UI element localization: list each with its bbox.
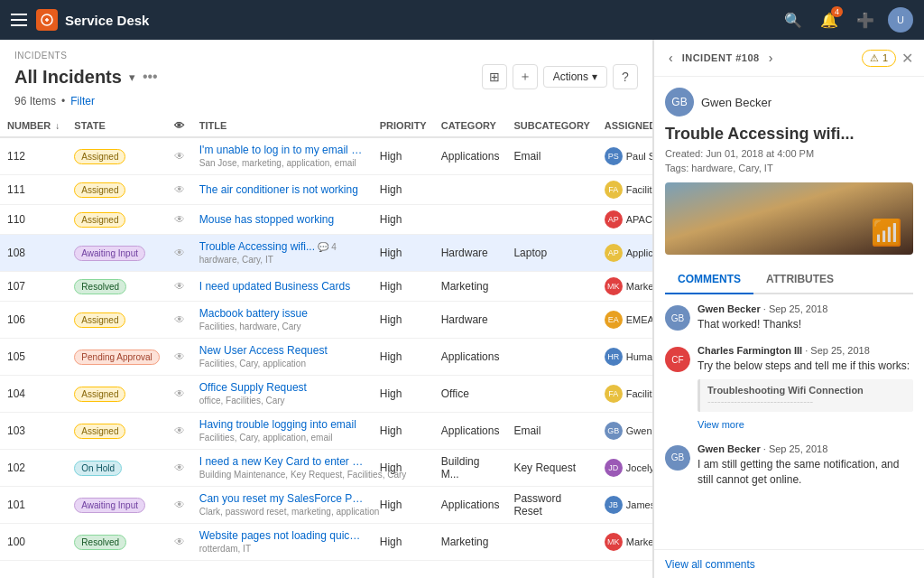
eye-icon[interactable]: 👁 bbox=[174, 280, 185, 293]
breadcrumb: INCIDENTS bbox=[14, 51, 638, 61]
tab-attributes[interactable]: ATTRIBUTES bbox=[753, 266, 846, 294]
table-row[interactable]: 102 On Hold 👁 I need a new Key Card to e… bbox=[0, 450, 652, 487]
prev-incident-button[interactable]: ‹ bbox=[665, 49, 677, 67]
assigned-name: Human R bbox=[626, 351, 652, 362]
cell-subcategory bbox=[506, 339, 596, 376]
assigned-name: Marketing bbox=[626, 281, 652, 292]
table-row[interactable]: 107 Resolved 👁 I need updated Business C… bbox=[0, 272, 652, 302]
view-toggle-button[interactable]: ⊞ bbox=[482, 64, 507, 89]
table-row[interactable]: 104 Assigned 👁 Office Supply Requestoffi… bbox=[0, 376, 652, 413]
cell-eye: 👁 bbox=[167, 137, 192, 175]
assigned-avatar: FA bbox=[605, 181, 623, 199]
close-panel-button[interactable]: ✕ bbox=[901, 50, 913, 67]
cell-eye: 👁 bbox=[167, 235, 192, 272]
assigned-avatar: HR bbox=[605, 348, 623, 366]
cell-eye: 👁 bbox=[167, 205, 192, 235]
table-row[interactable]: 100 Resolved 👁 Website pages not loading… bbox=[0, 524, 652, 561]
eye-icon[interactable]: 👁 bbox=[174, 183, 185, 196]
incident-title-link[interactable]: Website pages not loading quickly enough bbox=[199, 529, 365, 542]
table-row[interactable]: 108 Awaiting Input 👁 Trouble Accessing w… bbox=[0, 235, 652, 272]
cell-num: 104 bbox=[0, 376, 67, 413]
incident-title-link[interactable]: Office Supply Request bbox=[199, 381, 365, 394]
table-row[interactable]: 106 Assigned 👁 Macbook battery issueFaci… bbox=[0, 302, 652, 339]
assigned-cell: EA EMEA IT A bbox=[605, 311, 652, 329]
incident-title-link[interactable]: Macbook battery issue bbox=[199, 307, 365, 320]
page-actions: ⊞ ＋ Actions ▾ ? bbox=[482, 64, 638, 89]
right-panel-topbar: ‹ INCIDENT #108 › ⚠ 1 ✕ bbox=[654, 40, 924, 77]
table-row[interactable]: 105 Pending Approval 👁 New User Access R… bbox=[0, 339, 652, 376]
incident-title-link[interactable]: Can you reset my SalesForce Password bbox=[199, 492, 365, 505]
cell-priority: High bbox=[373, 524, 434, 561]
hamburger-menu[interactable] bbox=[11, 14, 27, 26]
cell-state: Assigned bbox=[67, 175, 166, 205]
incident-title-link[interactable]: Trouble Accessing wifi... 💬 4 bbox=[199, 240, 365, 253]
incident-title-link[interactable]: Mouse has stopped working bbox=[199, 213, 365, 226]
filter-link[interactable]: Filter bbox=[70, 95, 95, 107]
eye-icon[interactable]: 👁 bbox=[174, 461, 185, 474]
incident-title-link[interactable]: I need updated Business Cards bbox=[199, 280, 365, 293]
filter-row: 96 Items • Filter bbox=[0, 89, 652, 115]
app-logo-icon bbox=[36, 9, 58, 31]
eye-icon[interactable]: 👁 bbox=[174, 536, 185, 548]
top-navigation: Service Desk 🔍 🔔 4 ➕ U bbox=[0, 0, 924, 40]
cell-category: Marketing bbox=[434, 524, 507, 561]
eye-icon[interactable]: 👁 bbox=[174, 350, 185, 363]
comment-avatar: GB bbox=[665, 305, 690, 331]
cell-subcategory: Password Reset bbox=[506, 487, 596, 524]
cell-priority: High bbox=[373, 205, 434, 235]
cell-state: Assigned bbox=[67, 302, 166, 339]
alert-count: 1 bbox=[882, 52, 888, 63]
incident-title-link[interactable]: New User Access Request bbox=[199, 344, 365, 357]
app-name: Service Desk bbox=[65, 13, 149, 28]
add-incident-button[interactable]: ＋ bbox=[513, 64, 538, 89]
next-incident-button[interactable]: › bbox=[765, 49, 777, 67]
eye-icon[interactable]: 👁 bbox=[174, 313, 185, 326]
col-eye: 👁 bbox=[167, 115, 192, 137]
help-button[interactable]: ? bbox=[613, 64, 638, 89]
notifications-icon[interactable]: 🔔 4 bbox=[816, 6, 843, 33]
table-row[interactable]: 101 Awaiting Input 👁 Can you reset my Sa… bbox=[0, 487, 652, 524]
eye-icon[interactable]: 👁 bbox=[174, 247, 185, 259]
wifi-icon: 📶 bbox=[871, 218, 902, 247]
eye-icon[interactable]: 👁 bbox=[174, 499, 185, 511]
table-row[interactable]: 111 Assigned 👁 The air conditioner is no… bbox=[0, 175, 652, 205]
comment-author: Gwen Becker bbox=[698, 443, 761, 454]
tab-comments[interactable]: COMMENTS bbox=[665, 266, 753, 294]
incident-title-sub: Building Maintenance, Key Request, Facil… bbox=[199, 470, 407, 480]
cell-category: Building M... bbox=[434, 450, 507, 487]
add-icon[interactable]: ➕ bbox=[852, 6, 879, 33]
incident-title-sub: hardware, Cary, IT bbox=[199, 255, 273, 265]
title-chevron-icon[interactable]: ▾ bbox=[129, 70, 135, 84]
eye-icon[interactable]: 👁 bbox=[174, 213, 185, 226]
table-row[interactable]: 110 Assigned 👁 Mouse has stopped working… bbox=[0, 205, 652, 235]
comment-date: · Sep 25, 2018 bbox=[763, 303, 828, 314]
table-row[interactable]: 103 Assigned 👁 Having trouble logging in… bbox=[0, 413, 652, 450]
incident-title-link[interactable]: I need a new Key Card to enter the build… bbox=[199, 455, 365, 468]
cell-category: Hardware bbox=[434, 235, 507, 272]
comment-quote: Troubleshooting Wifi Connection --------… bbox=[698, 379, 913, 412]
comment-date: · Sep 25, 2018 bbox=[763, 443, 828, 454]
search-icon[interactable]: 🔍 bbox=[780, 6, 807, 33]
incident-title-link[interactable]: I'm unable to log in to my email 💬 14 bbox=[199, 144, 365, 156]
eye-icon[interactable]: 👁 bbox=[174, 150, 185, 163]
actions-label: Actions bbox=[553, 70, 588, 83]
page-header: INCIDENTS All Incidents ▾ ••• ⊞ ＋ Action… bbox=[0, 40, 652, 89]
incident-title-link[interactable]: Having trouble logging into email bbox=[199, 418, 365, 431]
view-all-comments-link[interactable]: View all comments bbox=[665, 558, 755, 571]
cell-num: 100 bbox=[0, 524, 67, 561]
title-more-icon[interactable]: ••• bbox=[143, 69, 158, 85]
cell-state: Assigned bbox=[67, 413, 166, 450]
assigned-cell: FA Facilities bbox=[605, 181, 652, 199]
table-row[interactable]: 112 Assigned 👁 I'm unable to log in to m… bbox=[0, 137, 652, 175]
comment-author: Charles Farmington III bbox=[698, 345, 802, 356]
incident-title-link[interactable]: The air conditioner is not working bbox=[199, 183, 365, 196]
incident-title-sub: San Jose, marketing, application, email bbox=[199, 158, 356, 168]
eye-icon[interactable]: 👁 bbox=[174, 424, 185, 437]
view-more-link[interactable]: View more bbox=[698, 419, 744, 430]
incident-title-sub: office, Facilities, Cary bbox=[199, 396, 285, 406]
col-assigned: ASSIGNED TO bbox=[597, 115, 652, 137]
cell-priority: High bbox=[373, 137, 434, 175]
actions-dropdown-button[interactable]: Actions ▾ bbox=[543, 66, 607, 88]
eye-icon[interactable]: 👁 bbox=[174, 387, 185, 400]
user-avatar[interactable]: U bbox=[888, 7, 913, 33]
